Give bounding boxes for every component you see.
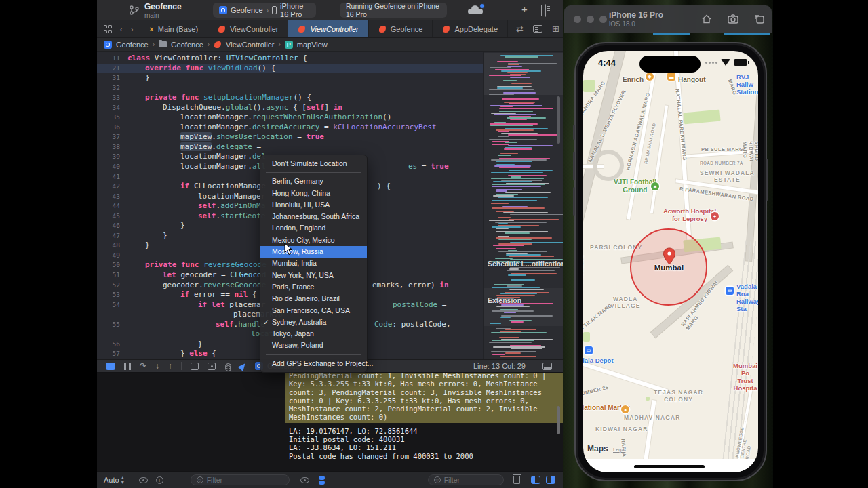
pause-button[interactable] bbox=[124, 363, 131, 370]
menu-item-mumbai-india[interactable]: Mumbai, India bbox=[260, 258, 367, 269]
clear-console-icon[interactable] bbox=[513, 476, 520, 484]
hospital-poi-icon[interactable]: + bbox=[711, 212, 719, 220]
menu-item-rio-de-janeiro-brazil[interactable]: Rio de Janeiro, Brazil bbox=[260, 293, 367, 304]
simulate-location-button[interactable] bbox=[238, 361, 248, 371]
bus-depot-poi-icon[interactable]: ▭ bbox=[585, 346, 593, 354]
breadcrumb-separator: › bbox=[208, 41, 210, 48]
breadcrumb-item[interactable]: Geofence bbox=[116, 41, 149, 49]
cafe-poi-icon[interactable]: ◆ bbox=[646, 73, 654, 81]
train-station-poi-icon[interactable]: ▭ bbox=[726, 287, 734, 295]
console-filter-input[interactable]: ▽ Filter bbox=[428, 474, 504, 485]
tab-overview-icon[interactable] bbox=[104, 25, 112, 33]
menu-item-don-t-simulate-location[interactable]: Don't Simulate Location bbox=[260, 158, 367, 169]
simulator-titlebar[interactable]: iPhone 16 Pro iOS 18.0 bbox=[564, 5, 772, 33]
scheme-name[interactable]: Geofence bbox=[231, 6, 263, 14]
map-label: MARG bbox=[726, 79, 737, 96]
tab-label: ViewController bbox=[310, 25, 358, 33]
menu-item-sydney-australia[interactable]: ✓Sydney, Australia bbox=[260, 317, 367, 328]
step-into-icon[interactable]: ↓ bbox=[155, 361, 159, 371]
map-label: VJTI Football Ground bbox=[614, 178, 656, 194]
tab-appdelegate[interactable]: AppDelegate bbox=[433, 20, 508, 37]
line-number: 36 bbox=[97, 123, 120, 133]
editor-options-icon[interactable] bbox=[545, 5, 546, 16]
legal-link[interactable]: Legal bbox=[613, 447, 625, 453]
line-number: 46 bbox=[97, 221, 120, 231]
simulate-location-menu: Don't Simulate LocationBerlin, GermanyHo… bbox=[260, 155, 368, 373]
market-poi-icon[interactable]: ● bbox=[621, 405, 629, 413]
action-button bbox=[573, 125, 575, 140]
simulator-os-version: iOS 18.0 bbox=[609, 20, 635, 28]
window-controls[interactable] bbox=[574, 16, 607, 23]
map-pin-icon[interactable] bbox=[663, 247, 676, 265]
menu-item-tokyo-japan[interactable]: Tokyo, Japan bbox=[260, 328, 367, 340]
menu-item-berlin-germany[interactable]: Berlin, Germany bbox=[260, 176, 367, 187]
breadcrumb-item[interactable]: mapView bbox=[297, 41, 328, 49]
forward-button[interactable]: › bbox=[131, 25, 134, 33]
inspector-list-icon[interactable] bbox=[533, 25, 542, 33]
scheme-selector[interactable]: Geofence › iPhone 16 Pro bbox=[213, 3, 316, 18]
menu-item-johannesburg-south-africa[interactable]: Johannesburg, South Africa bbox=[260, 211, 367, 222]
show-console-view-button[interactable] bbox=[546, 476, 555, 484]
menu-item-hong-kong-china[interactable]: Hong Kong, China bbox=[260, 188, 367, 199]
menu-item-honolulu-hi-usa[interactable]: Honolulu, HI, USA bbox=[260, 199, 367, 211]
tab-geofence[interactable]: Geofence bbox=[369, 20, 433, 37]
screenshot-icon[interactable] bbox=[727, 13, 739, 25]
editor-scrollbar[interactable] bbox=[557, 96, 560, 144]
add-tab-button[interactable]: + bbox=[521, 3, 528, 15]
debugger-output-icon[interactable] bbox=[319, 476, 325, 485]
step-out-icon[interactable]: ↑ bbox=[168, 361, 172, 371]
tab-viewcontroller[interactable]: ViewController bbox=[208, 20, 288, 37]
device-icon bbox=[272, 6, 277, 14]
park-poi-icon[interactable]: ♣ bbox=[651, 182, 659, 190]
menu-item-paris-france[interactable]: Paris, France bbox=[260, 281, 367, 293]
iphone-simulator: 4:44 bbox=[574, 42, 767, 481]
debug-area-toggle-icon[interactable] bbox=[542, 363, 552, 370]
swift-file-icon bbox=[214, 41, 222, 49]
quicklook-icon[interactable] bbox=[139, 477, 148, 483]
tab-main-base-[interactable]: ×Main (Base) bbox=[140, 20, 208, 37]
map-label: WADLA VILLAGE bbox=[610, 296, 641, 310]
map-view[interactable]: Mumbai ◆ ▬ ♣ + ▭ ▭ ● Maps Legal EnrichHa… bbox=[583, 51, 758, 472]
home-indicator[interactable] bbox=[634, 465, 705, 468]
info-icon[interactable]: i bbox=[156, 476, 163, 484]
add-editor-icon[interactable]: ⊞ bbox=[552, 24, 559, 34]
line-number: 39 bbox=[97, 152, 120, 162]
threads-icon[interactable] bbox=[224, 362, 231, 370]
breadcrumb-separator: › bbox=[153, 41, 155, 48]
run-destination[interactable]: iPhone 16 Pro bbox=[280, 2, 310, 18]
back-button[interactable]: ‹ bbox=[120, 25, 123, 33]
console-scrollbar[interactable] bbox=[557, 406, 560, 434]
memory-graph-icon[interactable] bbox=[208, 363, 216, 370]
variables-scope-select[interactable]: Auto bbox=[104, 476, 119, 484]
console-quicklook-icon[interactable] bbox=[300, 477, 309, 483]
map-label: Enrich bbox=[623, 76, 644, 84]
breakpoints-toggle[interactable] bbox=[106, 363, 115, 370]
minimap-section-label: Schedule L...otification bbox=[488, 260, 563, 268]
breadcrumb-item[interactable]: ViewController bbox=[226, 41, 274, 49]
menu-item-warsaw-poland[interactable]: Warsaw, Poland bbox=[260, 340, 367, 351]
debug-console[interactable]: PendingMaterial count: 1, Invisible Mesh… bbox=[97, 373, 563, 471]
map-label: Hangout bbox=[678, 76, 706, 84]
rotate-icon[interactable] bbox=[753, 13, 766, 25]
show-variables-view-button[interactable] bbox=[531, 476, 540, 484]
scope-stepper-icon[interactable]: ▴▾ bbox=[121, 475, 124, 485]
code-line: 36locationManager.desiredAccuracy = kCLL… bbox=[97, 123, 483, 133]
map-label: RAFI AHMED KIDWAI MARG bbox=[741, 140, 758, 161]
home-button-icon[interactable] bbox=[701, 13, 713, 25]
menu-item-moscow-russia[interactable]: Moscow, Russia bbox=[260, 246, 367, 258]
menu-item-london-england[interactable]: London, England bbox=[260, 222, 367, 234]
minimap[interactable]: Schedule L...otificationExtension bbox=[483, 52, 563, 359]
variables-filter-input[interactable]: ▽ Filter bbox=[191, 474, 290, 485]
step-over-icon[interactable]: ↷ bbox=[140, 361, 146, 371]
hangout-poi-icon[interactable]: ▬ bbox=[667, 73, 675, 81]
menu-item-new-york-ny-usa[interactable]: New York, NY, USA bbox=[260, 270, 367, 281]
menu-item-mexico-city-mexico[interactable]: Mexico City, Mexico bbox=[260, 235, 367, 246]
breadcrumb-item[interactable]: Geofence bbox=[171, 41, 203, 49]
menu-item-add-gps-exchange-to-project[interactable]: Add GPS Exchange to Project... bbox=[260, 358, 367, 369]
swap-editor-icon[interactable]: ⇄ bbox=[516, 24, 524, 34]
mouse-cursor bbox=[284, 243, 294, 256]
view-hierarchy-icon[interactable] bbox=[191, 363, 199, 370]
tab-viewcontroller[interactable]: ViewController bbox=[288, 20, 368, 37]
menu-item-san-francisco-ca-usa[interactable]: San Francisco, CA, USA bbox=[260, 305, 367, 317]
phone-screen[interactable]: 4:44 bbox=[583, 51, 758, 472]
